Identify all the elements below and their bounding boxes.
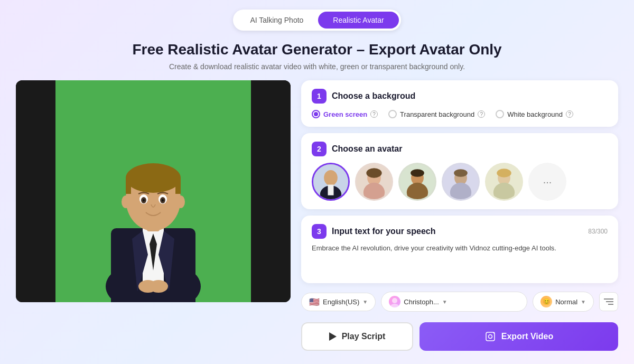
speed-label: Normal: [555, 298, 577, 306]
step3-title: Input text for your speech: [332, 227, 435, 236]
menu-icon-button[interactable]: [599, 292, 618, 311]
radio-transparent-circle: [388, 110, 397, 118]
voice-chevron-icon: ▼: [442, 299, 447, 305]
play-script-label: Play Script: [342, 332, 386, 341]
svg-point-47: [488, 335, 492, 339]
play-script-button[interactable]: Play Script: [301, 322, 413, 351]
white-label: White background: [507, 110, 563, 118]
step3-badge: 3: [312, 224, 327, 239]
step3-header: 3 Input text for your speech: [312, 224, 583, 239]
tab-realistic-avatar[interactable]: Realistic Avatar: [318, 12, 398, 29]
radio-white[interactable]: White background ?: [496, 110, 573, 118]
radio-white-circle: [496, 110, 504, 118]
right-panel: 1 Choose a backgroud Green screen ? Tran…: [301, 80, 618, 351]
bg-options: Green screen ? Transparent background ? …: [312, 110, 608, 118]
radio-green-screen[interactable]: Green screen ?: [312, 110, 378, 118]
flag-icon: 🇺🇸: [309, 297, 320, 307]
export-video-label: Export Video: [501, 332, 553, 341]
green-screen-label: Green screen: [323, 110, 367, 118]
top-nav: AI Talking Photo Realistic Avatar: [0, 0, 634, 37]
language-chevron-icon: ▼: [362, 299, 368, 305]
radio-transparent[interactable]: Transparent background ?: [388, 110, 485, 118]
svg-point-22: [324, 170, 338, 185]
svg-rect-46: [486, 332, 495, 341]
avatar-figure: [79, 91, 227, 302]
step2-badge: 2: [312, 142, 327, 156]
language-dropdown[interactable]: 🇺🇸 English(US) ▼: [301, 293, 376, 311]
voice-dropdown[interactable]: Christoph... ▼: [381, 292, 527, 312]
export-icon: [484, 331, 496, 342]
speed-icon: 😊: [540, 296, 552, 307]
svg-rect-7: [126, 178, 131, 194]
svg-point-20: [149, 280, 168, 293]
video-black-left: [16, 80, 55, 302]
play-icon: [329, 332, 337, 341]
white-help-icon[interactable]: ?: [566, 110, 573, 118]
video-preview: [16, 80, 291, 302]
svg-point-13: [143, 199, 145, 202]
speed-dropdown[interactable]: 😊 Normal ▼: [533, 292, 594, 312]
step1-card: 1 Choose a backgroud Green screen ? Tran…: [301, 80, 618, 127]
transparent-help-icon[interactable]: ?: [478, 110, 485, 118]
step2-card: 2 Choose an avatar: [301, 133, 618, 209]
avatar-thumb-5[interactable]: [485, 163, 523, 201]
step1-badge: 1: [312, 89, 327, 104]
svg-point-42: [390, 304, 399, 307]
speech-text[interactable]: Embrace the AI revolution, drive your cr…: [312, 243, 608, 275]
step3-header-row: 3 Input text for your speech 83/300: [312, 224, 608, 239]
svg-point-14: [162, 199, 164, 202]
export-video-button[interactable]: Export Video: [419, 322, 618, 351]
svg-point-15: [122, 195, 130, 208]
char-count: 83/300: [588, 228, 608, 235]
language-label: English(US): [323, 298, 359, 306]
step1-title: Choose a backgroud: [332, 91, 415, 101]
voice-label: Christoph...: [404, 298, 439, 306]
step2-header: 2 Choose an avatar: [312, 142, 608, 156]
bottom-controls: 🇺🇸 English(US) ▼ Christoph... ▼ 😊 Normal…: [301, 292, 618, 312]
transparent-label: Transparent background: [400, 110, 474, 118]
svg-point-16: [176, 195, 185, 208]
avatar-thumb-4[interactable]: [442, 163, 480, 201]
tab-switcher: AI Talking Photo Realistic Avatar: [233, 10, 400, 31]
avatar-list: ···: [312, 163, 608, 201]
step3-card: 3 Input text for your speech 83/300 Embr…: [301, 216, 618, 283]
avatar-thumb-1[interactable]: [312, 163, 350, 201]
tab-talking-photo[interactable]: AI Talking Photo: [235, 12, 318, 29]
voice-avatar-icon: [389, 296, 400, 307]
svg-rect-8: [175, 178, 181, 194]
svg-point-36: [454, 169, 468, 177]
hero-title: Free Realistic Avatar Generator – Export…: [0, 41, 634, 58]
svg-point-6: [126, 163, 181, 193]
lines-icon: [604, 298, 613, 305]
svg-point-41: [392, 298, 397, 303]
main-content: 1 Choose a backgroud Green screen ? Tran…: [0, 80, 634, 361]
hero-section: Free Realistic Avatar Generator – Export…: [0, 37, 634, 80]
svg-point-32: [411, 169, 424, 177]
avatar-thumb-2[interactable]: [355, 163, 393, 201]
more-avatars-button[interactable]: ···: [528, 163, 566, 201]
step2-title: Choose an avatar: [332, 144, 402, 154]
svg-point-40: [497, 169, 511, 178]
hero-subtitle: Create & download realistic avatar video…: [0, 62, 634, 71]
step1-header: 1 Choose a backgroud: [312, 89, 608, 104]
green-help-icon[interactable]: ?: [370, 110, 378, 118]
svg-rect-24: [328, 185, 334, 195]
svg-point-28: [366, 168, 381, 178]
action-buttons: Play Script Export Video: [301, 322, 618, 351]
speed-chevron-icon: ▼: [581, 299, 586, 305]
video-black-right: [251, 80, 291, 302]
radio-green-circle: [312, 110, 320, 118]
avatar-thumb-3[interactable]: [398, 163, 436, 201]
